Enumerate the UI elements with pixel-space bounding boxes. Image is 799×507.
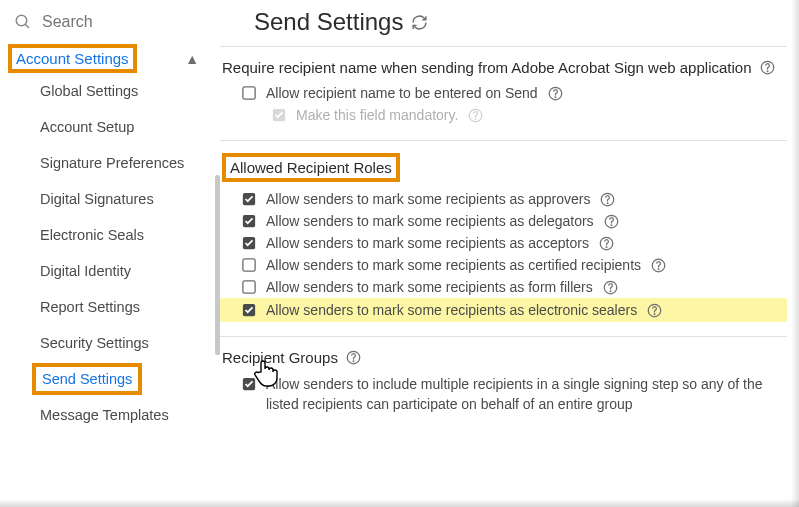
nav-group-account-settings[interactable]: Account Settings — [16, 50, 129, 67]
search-field[interactable] — [0, 6, 211, 44]
svg-point-29 — [353, 361, 354, 362]
search-icon — [14, 13, 32, 31]
svg-rect-4 — [243, 87, 255, 99]
checkbox-checked-icon — [242, 192, 256, 206]
checkbox-checked-icon — [242, 377, 256, 391]
checkbox-checked-icon — [242, 214, 256, 228]
section-require-name: Require recipient name when sending from… — [220, 46, 787, 140]
option-electronic-sealers[interactable]: Allow senders to mark some recipients as… — [220, 298, 787, 322]
nav-item-account-setup[interactable]: Account Setup — [0, 109, 211, 145]
help-icon[interactable] — [346, 350, 361, 365]
checkbox-checked-icon — [242, 236, 256, 250]
main-content: Send Settings Require recipient name whe… — [211, 0, 799, 507]
highlight-allowed-roles: Allowed Recipient Roles — [222, 153, 400, 182]
nav-item-digital-identity[interactable]: Digital Identity — [0, 253, 211, 289]
svg-point-27 — [654, 313, 655, 314]
checkbox-unchecked-icon — [242, 258, 256, 272]
help-icon[interactable] — [599, 236, 614, 251]
option-recipient-groups[interactable]: Allow senders to include multiple recipi… — [220, 372, 787, 417]
page-title: Send Settings — [254, 8, 403, 36]
nav-item-security-settings[interactable]: Security Settings — [0, 325, 211, 361]
checkbox-checked-icon — [242, 303, 256, 317]
help-icon[interactable] — [600, 192, 615, 207]
option-approvers[interactable]: Allow senders to mark some recipients as… — [220, 188, 787, 210]
help-icon[interactable] — [548, 86, 563, 101]
nav-item-signature-preferences[interactable]: Signature Preferences — [0, 145, 211, 181]
svg-line-1 — [25, 24, 29, 28]
scrollbar[interactable] — [215, 175, 220, 355]
sidebar: Account Settings ▲ Global Settings Accou… — [0, 0, 211, 507]
chevron-up-icon[interactable]: ▲ — [185, 51, 199, 67]
option-acceptors[interactable]: Allow senders to mark some recipients as… — [220, 232, 787, 254]
section-label-roles: Allowed Recipient Roles — [230, 159, 392, 176]
nav-item-message-templates[interactable]: Message Templates — [0, 397, 211, 433]
svg-point-15 — [611, 224, 612, 225]
svg-point-0 — [16, 15, 27, 26]
checkbox-checked-disabled-icon — [272, 108, 286, 122]
help-icon[interactable] — [604, 214, 619, 229]
svg-point-24 — [610, 290, 611, 291]
nav-item-report-settings[interactable]: Report Settings — [0, 289, 211, 325]
section-allowed-roles: Allowed Recipient Roles Allow senders to… — [220, 140, 787, 336]
section-label-groups: Recipient Groups — [220, 347, 787, 372]
option-form-fillers[interactable]: Allow senders to mark some recipients as… — [220, 276, 787, 298]
svg-point-21 — [658, 268, 659, 269]
checkbox-unchecked-icon — [242, 86, 256, 100]
option-allow-recipient-name[interactable]: Allow recipient name to be entered on Se… — [220, 82, 787, 104]
svg-rect-19 — [243, 259, 255, 271]
nav-items: Global Settings Account Setup Signature … — [0, 73, 211, 433]
section-label-require: Require recipient name when sending from… — [220, 57, 787, 82]
help-icon[interactable] — [603, 280, 618, 295]
help-icon[interactable] — [651, 258, 666, 273]
svg-point-9 — [476, 118, 477, 119]
help-icon[interactable] — [647, 303, 662, 318]
svg-point-12 — [608, 202, 609, 203]
search-input[interactable] — [40, 12, 160, 32]
option-certified-recipients[interactable]: Allow senders to mark some recipients as… — [220, 254, 787, 276]
svg-point-3 — [767, 71, 768, 72]
help-icon — [468, 108, 483, 123]
nav-item-electronic-seals[interactable]: Electronic Seals — [0, 217, 211, 253]
checkbox-unchecked-icon — [242, 280, 256, 294]
section-recipient-groups: Recipient Groups Allow senders to includ… — [220, 336, 787, 431]
highlight-send-settings: Send Settings — [32, 363, 142, 395]
option-delegators[interactable]: Allow senders to mark some recipients as… — [220, 210, 787, 232]
highlight-account-settings: Account Settings — [8, 44, 137, 73]
help-icon[interactable] — [760, 60, 775, 75]
page-title-row: Send Settings — [216, 2, 787, 46]
nav-item-send-settings[interactable]: Send Settings — [42, 371, 132, 387]
svg-point-6 — [555, 96, 556, 97]
refresh-icon[interactable] — [411, 14, 428, 31]
nav-item-digital-signatures[interactable]: Digital Signatures — [0, 181, 211, 217]
option-make-mandatory: Make this field mandatory. — [220, 104, 787, 126]
nav-item-global-settings[interactable]: Global Settings — [0, 73, 211, 109]
svg-point-18 — [606, 246, 607, 247]
svg-rect-22 — [243, 281, 255, 293]
